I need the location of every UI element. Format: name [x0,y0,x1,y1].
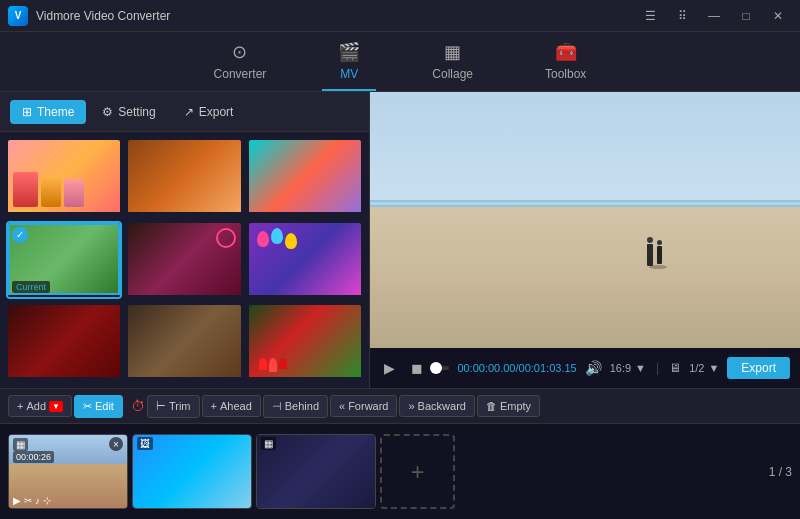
volume-icon[interactable]: 🔊 [585,360,602,376]
converter-icon: ⊙ [232,41,247,63]
theme-blank[interactable]: Blank [126,138,242,217]
current-time: 00:00:00.00 [457,362,515,374]
ratio-select[interactable]: 16:9 ▼ [610,362,646,374]
clip-1-close-button[interactable]: × [109,437,123,451]
theme-romantic[interactable]: Romantic [6,303,122,382]
page-indicator: 1 / 3 [769,465,792,479]
ahead-button[interactable]: + Ahead [202,395,261,417]
empty-button[interactable]: 🗑 Empty [477,395,540,417]
behind-button[interactable]: ⊣ Behind [263,395,328,418]
clip-3-type-icon: ▦ [261,437,276,450]
subtab-theme-label: Theme [37,105,74,119]
trim-label: Trim [169,400,191,412]
toolbox-icon: 🧰 [555,41,577,63]
ratio-dropdown-icon: ▼ [635,362,646,374]
left-panel: ⊞ Theme ⚙ Setting ↗ Export [0,92,370,388]
minimize-button[interactable]: — [700,6,728,26]
tab-converter-label: Converter [214,67,267,81]
scissor-small-icon: ✂ [24,495,32,506]
theme-simple[interactable]: ✓ Current Simple [6,221,122,300]
title-bar-left: V Vidmore Video Converter [8,6,170,26]
theme-modern-life-label: Modern Life [128,295,240,300]
play-small-icon: ▶ [13,495,21,506]
theme-happy[interactable]: Happy [6,138,122,217]
clip-3-overlay: ▦ [257,435,375,452]
clip-1-time: 00:00:26 [13,451,54,463]
trim-icon: ⊢ [156,400,166,413]
time-display: 00:00:00.00/00:01:03.15 [457,362,576,374]
clip-2-overlay: 🖼 [133,435,251,452]
mv-icon: 🎬 [338,41,360,63]
crop-small-icon: ⊹ [43,495,51,506]
progress-bar[interactable] [435,366,449,370]
beach-sand [370,207,800,348]
theme-fashion[interactable]: Fashion [126,303,242,382]
app-title: Vidmore Video Converter [36,9,170,23]
sub-tabs: ⊞ Theme ⚙ Setting ↗ Export [0,92,369,132]
menu-button[interactable]: ☰ [636,6,664,26]
clip-1-bottom-icons: ▶ ✂ ♪ ⊹ [13,495,51,506]
subtab-export[interactable]: ↗ Export [172,100,246,124]
subtab-export-label: Export [199,105,234,119]
forward-button[interactable]: « Forward [330,395,397,417]
trim-button[interactable]: ⊢ Trim [147,395,200,418]
app-icon-text: V [15,10,22,21]
ahead-icon: + [211,400,217,412]
title-bar-controls: ☰ ⠿ — □ ✕ [636,6,792,26]
theme-modern-life[interactable]: Modern Life [126,221,242,300]
forward-label: Forward [348,400,388,412]
tab-converter[interactable]: ⊙ Converter [198,33,283,91]
quality-select[interactable]: 1/2 ▼ [689,362,719,374]
edit-button[interactable]: ✂ Edit [74,395,123,418]
theme-leisure[interactable]: Leisure [247,303,363,382]
clip-2-type-icon: 🖼 [137,437,153,450]
video-controls: ▶ ◼ 00:00:00.00/00:01:03.15 🔊 16:9 ▼ | 🖥… [370,348,800,388]
add-clip-button[interactable]: + [380,434,455,509]
subtab-setting[interactable]: ⚙ Setting [90,100,167,124]
tab-mv[interactable]: 🎬 MV [322,33,376,91]
add-icon: + [17,400,23,412]
audio-small-icon: ♪ [35,495,40,506]
edit-icon: ✂ [83,400,92,413]
tab-collage[interactable]: ▦ Collage [416,33,489,91]
tab-toolbox[interactable]: 🧰 Toolbox [529,33,602,91]
stop-button[interactable]: ◼ [407,358,427,378]
timeline-clip-2[interactable]: 🖼 [132,434,252,509]
empty-label: Empty [500,400,531,412]
export-button[interactable]: Export [727,357,790,379]
tab-collage-label: Collage [432,67,473,81]
close-button[interactable]: ✕ [764,6,792,26]
theme-fashion-label: Fashion [128,377,240,382]
tab-mv-label: MV [340,67,358,81]
timeline: ▦ × 00:00:26 ▶ ✂ ♪ ⊹ 🖼 ▦ + 1 / 3 [0,424,800,519]
behind-icon: ⊣ [272,400,282,413]
forward-icon: « [339,400,345,412]
timeline-clip-3[interactable]: ▦ [256,434,376,509]
theme-romantic-label: Romantic [8,377,120,382]
quality-label: 1/2 [689,362,704,374]
trim-circle-icon: ⏱ [131,398,145,414]
add-button[interactable]: + Add ▼ [8,395,72,417]
theme-joy[interactable]: Joy [247,221,363,300]
theme-joy-label: Joy [249,295,361,300]
theme-blank-label: Blank [128,212,240,217]
add-label: Add [26,400,46,412]
quality-dropdown-icon: ▼ [708,362,719,374]
clip-1-type-icon: ▦ [13,438,28,451]
maximize-button[interactable]: □ [732,6,760,26]
right-panel: ▶ ◼ 00:00:00.00/00:01:03.15 🔊 16:9 ▼ | 🖥… [370,92,800,388]
monitor-icon: 🖥 [669,361,681,375]
subtab-theme[interactable]: ⊞ Theme [10,100,86,124]
behind-label: Behind [285,400,319,412]
title-bar: V Vidmore Video Converter ☰ ⠿ — □ ✕ [0,0,800,32]
ahead-label: Ahead [220,400,252,412]
grid-button[interactable]: ⠿ [668,6,696,26]
theme-chic[interactable]: Chic [247,138,363,217]
theme-leisure-label: Leisure [249,377,361,382]
add-dropdown-icon: ▼ [49,401,63,412]
timeline-clip-1[interactable]: ▦ × 00:00:26 ▶ ✂ ♪ ⊹ [8,434,128,509]
play-button[interactable]: ▶ [380,358,399,378]
backward-label: Backward [418,400,466,412]
edit-label: Edit [95,400,114,412]
backward-button[interactable]: » Backward [399,395,474,417]
